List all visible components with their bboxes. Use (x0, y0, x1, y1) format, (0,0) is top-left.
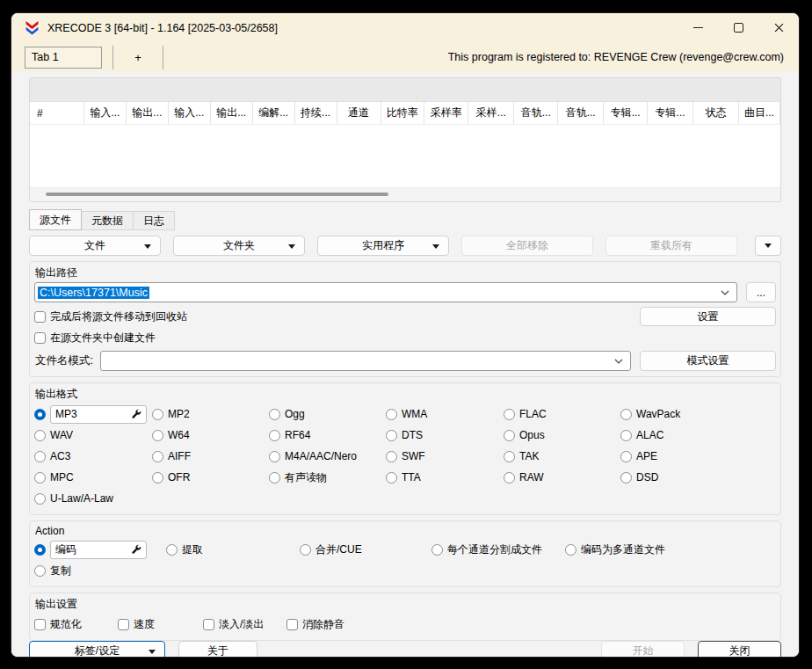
action-option-item[interactable]: 编码 (34, 539, 166, 560)
reload-all-label: 重载所有 (650, 238, 692, 253)
column-header-5[interactable]: 输出... (211, 102, 253, 124)
pattern-settings-button[interactable]: 模式设置 (640, 351, 776, 371)
option-label: TTA (402, 471, 421, 484)
format-option-u-law-a-law[interactable]: U-Law/A-Law (34, 488, 152, 509)
chevron-down-icon (288, 244, 295, 249)
setting-label: 速度 (134, 617, 155, 632)
column-header-9[interactable]: 比特率 (381, 102, 425, 124)
format-option-item[interactable]: 有声读物 (269, 467, 386, 488)
format-option-ofr[interactable]: OFR (152, 467, 269, 488)
close-icon (774, 23, 784, 33)
format-option-dts[interactable]: DTS (386, 425, 504, 446)
column-header-6[interactable]: 编解... (253, 102, 295, 124)
format-option-tta[interactable]: TTA (386, 467, 504, 488)
format-option-wav[interactable]: WAV (34, 425, 152, 446)
setting-checkbox-item[interactable]: 消除静音 (286, 614, 776, 635)
option-label: TAK (519, 450, 539, 462)
remove-all-button[interactable]: 全部移除 (461, 236, 593, 256)
column-header-7[interactable]: 持续... (295, 102, 337, 124)
view-tab-3[interactable]: 日志 (133, 211, 175, 230)
format-option-ac3[interactable]: AC3 (34, 446, 152, 467)
close-dialog-button[interactable]: 关闭 (698, 641, 781, 658)
column-header-12[interactable]: 音轨... (514, 102, 558, 124)
checkbox-icon (34, 619, 46, 630)
action-option-config-box[interactable]: 编码 (50, 541, 147, 559)
app-logo-icon (25, 20, 40, 35)
format-option-mp2[interactable]: MP2 (152, 404, 269, 425)
column-header-10[interactable]: 采样率 (424, 102, 468, 124)
option-label: 复制 (50, 564, 71, 578)
column-header-1[interactable]: # (30, 102, 84, 124)
close-button[interactable] (758, 13, 799, 42)
format-option-rf64[interactable]: RF64 (269, 425, 386, 446)
horizontal-scrollbar[interactable] (30, 187, 780, 201)
minimize-button[interactable] (678, 13, 718, 42)
format-option-m4a-aac-nero[interactable]: M4A/AAC/Nero (269, 446, 386, 467)
format-option-flac[interactable]: FLAC (504, 404, 620, 425)
scrollbar-thumb[interactable] (46, 193, 388, 196)
format-option-mp3[interactable]: MP3 (34, 404, 152, 425)
column-header-13[interactable]: 音轨... (558, 102, 604, 124)
column-header-2[interactable]: 输入... (84, 102, 127, 124)
reload-all-button[interactable]: 重载所有 (605, 236, 737, 256)
format-option-w64[interactable]: W64 (152, 425, 269, 446)
app-window: XRECODE 3 [64-bit] - 1.164 [2025-03-05/2… (11, 12, 800, 658)
settings-button[interactable]: 设置 (640, 307, 776, 326)
action-option-item[interactable]: 提取 (166, 539, 300, 560)
view-tab-2[interactable]: 元数据 (81, 211, 134, 230)
format-option-alac[interactable]: ALAC (620, 425, 776, 446)
format-option-dsd[interactable]: DSD (620, 467, 776, 488)
action-option-item[interactable]: 每个通道分割成文件 (431, 539, 565, 560)
column-header-3[interactable]: 输出... (127, 102, 169, 124)
start-button[interactable]: 开始 (601, 641, 685, 658)
footer: 标签/设定 关于 开始 关闭 (29, 641, 781, 658)
action-option-cue[interactable]: 合并/CUE (300, 539, 431, 560)
add-tab-button[interactable]: + (113, 51, 163, 64)
filename-pattern-combobox[interactable] (100, 351, 631, 371)
column-header-17[interactable]: 曲目... (739, 102, 780, 124)
file-menu-button[interactable]: 文件 (29, 236, 161, 256)
tab-1[interactable]: Tab 1 (25, 47, 102, 69)
column-header-16[interactable]: 状态 (693, 102, 739, 124)
maximize-button[interactable] (718, 13, 758, 42)
column-header-14[interactable]: 专辑... (604, 102, 648, 124)
folder-menu-button[interactable]: 文件夹 (173, 236, 305, 256)
radio-icon (504, 451, 515, 462)
output-path-combobox[interactable]: C:\Users\17371\Music (34, 282, 737, 302)
column-header-4[interactable]: 输入... (169, 102, 211, 124)
format-option-opus[interactable]: Opus (504, 425, 620, 446)
title-bar[interactable]: XRECODE 3 [64-bit] - 1.164 [2025-03-05/2… (11, 13, 799, 42)
format-option-mpc[interactable]: MPC (34, 467, 152, 488)
radio-icon (269, 409, 280, 420)
action-option-item[interactable]: 复制 (34, 564, 71, 578)
browse-button[interactable]: ... (746, 282, 776, 302)
format-option-wavpack[interactable]: WavPack (620, 404, 776, 425)
setting-checkbox-item[interactable]: 速度 (118, 614, 203, 635)
column-header-11[interactable]: 采样... (468, 102, 514, 124)
table-body[interactable] (30, 125, 780, 187)
option-label: SWF (402, 450, 425, 462)
format-option-wma[interactable]: WMA (386, 404, 504, 425)
recycle-checkbox[interactable] (34, 311, 46, 323)
option-label: OFR (168, 471, 190, 484)
setting-checkbox-item[interactable]: 淡入/淡出 (203, 614, 286, 635)
column-header-15[interactable]: 专辑... (648, 102, 693, 124)
more-menu-button[interactable] (755, 236, 781, 256)
format-option-raw[interactable]: RAW (504, 467, 620, 488)
column-header-8[interactable]: 通道 (337, 102, 381, 124)
tags-settings-button[interactable]: 标签/设定 (29, 641, 165, 658)
format-option-tak[interactable]: TAK (504, 446, 620, 467)
format-option-ape[interactable]: APE (620, 446, 776, 467)
utilities-menu-button[interactable]: 实用程序 (317, 236, 449, 256)
format-option-ogg[interactable]: Ogg (269, 404, 386, 425)
format-option-swf[interactable]: SWF (386, 446, 504, 467)
about-button[interactable]: 关于 (178, 641, 257, 658)
action-option-item[interactable]: 编码为多通道文件 (565, 539, 776, 560)
setting-checkbox-item[interactable]: 规范化 (34, 614, 118, 635)
view-tab-1[interactable]: 源文件 (29, 209, 82, 230)
radio-icon (620, 430, 632, 441)
format-option-config-box[interactable]: MP3 (50, 405, 147, 424)
chevron-down-icon (432, 244, 439, 249)
create-in-source-checkbox[interactable] (34, 332, 46, 344)
format-option-aiff[interactable]: AIFF (152, 446, 269, 467)
